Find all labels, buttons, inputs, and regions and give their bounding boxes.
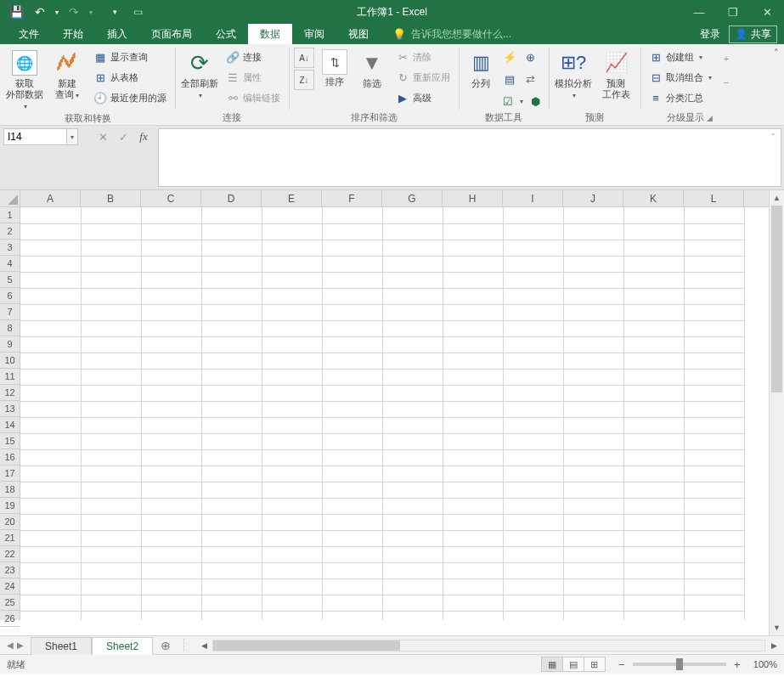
cell[interactable]: [684, 369, 744, 385]
cell[interactable]: [262, 288, 322, 304]
cell[interactable]: [563, 207, 623, 223]
row-header[interactable]: 21: [0, 530, 20, 546]
cell[interactable]: [623, 417, 684, 433]
row-header[interactable]: 4: [0, 256, 20, 272]
cell[interactable]: [623, 482, 684, 498]
cell[interactable]: [262, 433, 322, 449]
row-header[interactable]: 14: [0, 417, 20, 433]
get-external-data-button[interactable]: 🌐 获取 外部数据▾: [5, 48, 44, 112]
cell[interactable]: [20, 320, 81, 336]
cell[interactable]: [20, 417, 81, 433]
cell[interactable]: [322, 465, 382, 482]
cell[interactable]: [443, 207, 503, 223]
page-break-view-button[interactable]: ⊞: [584, 657, 606, 672]
cell[interactable]: [623, 611, 684, 620]
row-header[interactable]: 8: [0, 320, 20, 336]
cell[interactable]: [262, 578, 322, 595]
cell[interactable]: [563, 449, 623, 465]
cell[interactable]: [382, 353, 443, 369]
cell[interactable]: [503, 272, 563, 288]
cell[interactable]: [20, 465, 81, 482]
cell[interactable]: [503, 611, 563, 620]
row-header[interactable]: 18: [0, 482, 20, 498]
cell[interactable]: [503, 514, 563, 530]
login-link[interactable]: 登录: [700, 27, 720, 42]
cell[interactable]: [503, 562, 563, 578]
cell[interactable]: [201, 369, 262, 385]
cell[interactable]: [81, 369, 141, 385]
cell[interactable]: [81, 433, 141, 449]
cell[interactable]: [20, 433, 81, 449]
cell[interactable]: [382, 320, 443, 336]
cell[interactable]: [81, 595, 141, 611]
cell[interactable]: [141, 320, 201, 336]
filter-button[interactable]: ▼ 筛选: [355, 48, 389, 89]
cell[interactable]: [201, 546, 262, 562]
cell[interactable]: [382, 562, 443, 578]
cell[interactable]: [443, 449, 503, 465]
cell[interactable]: [262, 449, 322, 465]
cell[interactable]: [382, 304, 443, 320]
name-box-dropdown-icon[interactable]: ▾: [67, 128, 78, 145]
row-header[interactable]: 24: [0, 578, 20, 595]
cell[interactable]: [684, 223, 744, 240]
cell[interactable]: [81, 223, 141, 240]
cell[interactable]: [623, 223, 684, 240]
zoom-out-button[interactable]: −: [616, 658, 628, 670]
cell[interactable]: [262, 385, 322, 401]
column-header[interactable]: F: [322, 190, 382, 206]
cell[interactable]: [503, 369, 563, 385]
fx-button[interactable]: fx: [134, 128, 153, 145]
tab-layout[interactable]: 页面布局: [139, 24, 204, 44]
row-header[interactable]: 7: [0, 304, 20, 320]
hscroll-thumb[interactable]: [213, 640, 400, 651]
cell[interactable]: [20, 288, 81, 304]
zoom-slider[interactable]: [633, 663, 726, 666]
cell[interactable]: [201, 288, 262, 304]
connections-button[interactable]: 🔗连接: [223, 48, 284, 66]
zoom-thumb[interactable]: [676, 658, 683, 670]
qat-customize-icon[interactable]: ▾: [104, 1, 126, 23]
cell[interactable]: [443, 385, 503, 401]
undo-icon[interactable]: ↶: [29, 1, 51, 23]
cell[interactable]: [623, 401, 684, 417]
cell[interactable]: [81, 288, 141, 304]
cell[interactable]: [322, 401, 382, 417]
row-header[interactable]: 6: [0, 288, 20, 304]
sheet-tab-2[interactable]: Sheet2: [92, 637, 153, 655]
zoom-in-button[interactable]: +: [731, 658, 743, 670]
cell[interactable]: [443, 401, 503, 417]
cell[interactable]: [322, 288, 382, 304]
cell[interactable]: [201, 578, 262, 595]
cell[interactable]: [81, 417, 141, 433]
cell[interactable]: [20, 256, 81, 272]
cell[interactable]: [382, 207, 443, 223]
select-all-button[interactable]: [0, 190, 20, 207]
cell[interactable]: [141, 449, 201, 465]
cell[interactable]: [141, 465, 201, 482]
cell[interactable]: [262, 223, 322, 240]
cell[interactable]: [201, 336, 262, 353]
cell[interactable]: [141, 562, 201, 578]
cell[interactable]: [322, 498, 382, 514]
cell[interactable]: [443, 320, 503, 336]
cell[interactable]: [20, 595, 81, 611]
cell[interactable]: [503, 578, 563, 595]
cell[interactable]: [623, 353, 684, 369]
cell[interactable]: [443, 514, 503, 530]
cell[interactable]: [81, 611, 141, 620]
cell[interactable]: [684, 320, 744, 336]
sort-za-button[interactable]: Z↓: [294, 70, 314, 90]
redo-icon[interactable]: ↷: [63, 1, 85, 23]
cell[interactable]: [81, 465, 141, 482]
cell[interactable]: [262, 514, 322, 530]
cell[interactable]: [201, 514, 262, 530]
tab-data[interactable]: 数据: [248, 24, 292, 44]
close-button[interactable]: ✕: [750, 0, 784, 24]
cell[interactable]: [684, 498, 744, 514]
whatif-button[interactable]: ⊞? 模拟分析▾: [554, 48, 593, 101]
cell[interactable]: [382, 465, 443, 482]
cell[interactable]: [322, 207, 382, 223]
flash-fill-button[interactable]: ⚡: [501, 48, 518, 66]
cell[interactable]: [81, 272, 141, 288]
